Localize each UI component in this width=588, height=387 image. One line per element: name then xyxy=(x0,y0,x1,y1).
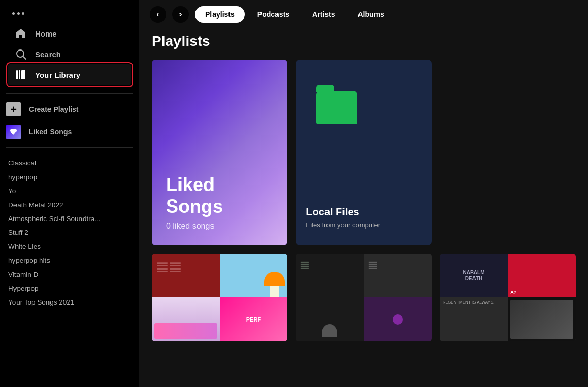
local-files-info: Local Files Files from your computer xyxy=(306,206,380,235)
liked-songs-title: Liked Songs xyxy=(166,174,273,217)
thumb-cell: 𝌆𝌆 xyxy=(152,254,220,297)
tab-podcasts[interactable]: Podcasts xyxy=(247,6,300,23)
liked-songs-count: 0 liked songs xyxy=(166,222,273,231)
top-nav: ‹ › Playlists Podcasts Artists Albums xyxy=(139,0,588,23)
tally-marks: 𝌆 xyxy=(300,259,310,272)
playlist-thumb-1[interactable]: 𝌆𝌆 PERF xyxy=(152,254,287,341)
tab-artists[interactable]: Artists xyxy=(302,6,345,23)
playlist-item[interactable]: Vitamin D xyxy=(6,267,133,281)
playlist-item[interactable]: Classical xyxy=(6,156,133,170)
album-bar xyxy=(154,323,217,339)
playlist-item[interactable]: Stuff 2 xyxy=(6,226,133,240)
library-icon xyxy=(14,69,27,81)
thumb-metal: NAPALMDEATH A? RESENTMENT IS ALWAYS... xyxy=(440,254,576,341)
tally-marks: 𝌆 xyxy=(368,259,378,272)
local-files-subtitle: Files from your computer xyxy=(306,221,380,229)
thumb-collage-2: 𝌆 𝌆 xyxy=(296,254,431,341)
playlist-item[interactable]: hyperpop hits xyxy=(6,254,133,267)
thumb-cell xyxy=(508,297,576,341)
sidebar: Home Search Your Library + xyxy=(0,0,139,387)
heart-icon xyxy=(6,125,21,139)
playlist-thumb-3[interactable]: NAPALMDEATH A? RESENTMENT IS ALWAYS... xyxy=(440,254,576,341)
playlists-grid: Liked Songs 0 liked songs Local Files Fi… xyxy=(152,60,576,245)
back-button[interactable]: ‹ xyxy=(150,6,166,23)
liked-songs-item[interactable]: Liked Songs xyxy=(0,121,139,143)
content-area: Playlists Liked Songs 0 liked songs Loca… xyxy=(139,23,588,387)
playlist-item[interactable]: Yo xyxy=(6,184,133,198)
mushroom-icon xyxy=(264,272,285,297)
liked-songs-label: Liked Songs xyxy=(29,128,72,136)
empty-grid-cell xyxy=(440,60,576,245)
search-label: Search xyxy=(35,50,61,59)
nav-item-home[interactable]: Home xyxy=(8,23,131,44)
thumb-cell xyxy=(364,297,432,341)
thumb-cell: PERF xyxy=(220,297,288,341)
home-label: Home xyxy=(35,29,57,38)
divider-2 xyxy=(6,147,133,148)
thumb-text: PERF xyxy=(246,316,261,323)
local-files-card[interactable]: Local Files Files from your computer xyxy=(296,60,431,245)
metal-text-2: A? xyxy=(510,290,516,295)
forward-button[interactable]: › xyxy=(172,6,189,23)
metal-label: RESENTMENT IS ALWAYS... xyxy=(443,300,505,305)
create-playlist-label: Create Playlist xyxy=(29,105,79,113)
playlist-item[interactable]: hyperpop xyxy=(6,170,133,184)
thumb-cell: RESENTMENT IS ALWAYS... xyxy=(440,297,508,341)
thumbnails-row: 𝌆𝌆 PERF xyxy=(152,254,576,341)
svg-rect-2 xyxy=(16,70,18,79)
thumb-cell: A? xyxy=(508,254,576,297)
local-files-title: Local Files xyxy=(306,206,380,218)
metal-art xyxy=(510,300,573,339)
menu-dots xyxy=(8,8,131,23)
home-icon xyxy=(14,27,27,40)
portrait-area xyxy=(300,324,360,337)
plus-icon: + xyxy=(6,102,21,116)
liked-songs-card[interactable]: Liked Songs 0 liked songs xyxy=(152,60,287,245)
create-playlist-item[interactable]: + Create Playlist xyxy=(0,98,139,121)
thumb-cell xyxy=(296,297,364,341)
svg-rect-4 xyxy=(21,70,25,79)
playlist-item[interactable]: Your Top Songs 2021 xyxy=(6,295,133,309)
playlist-list: Classical hyperpop Yo Death Metal 2022 A… xyxy=(0,152,139,387)
page-title: Playlists xyxy=(152,33,576,49)
tally-marks: 𝌆𝌆 xyxy=(156,259,182,276)
thumb-cell: 𝌆 xyxy=(364,254,432,297)
main-content: ‹ › Playlists Podcasts Artists Albums Pl… xyxy=(139,0,588,387)
playlist-item[interactable]: Atmospheric Sci-fi Soundtra... xyxy=(6,212,133,226)
library-label: Your Library xyxy=(35,71,80,79)
folder-icon xyxy=(316,91,357,124)
thumb-cell: 𝌆 xyxy=(296,254,364,297)
nav-item-library[interactable]: Your Library xyxy=(8,64,131,85)
playlist-item[interactable]: Hyperpop xyxy=(6,281,133,295)
svg-line-1 xyxy=(23,57,26,60)
thumb-cell: NAPALMDEATH xyxy=(440,254,508,297)
tab-playlists[interactable]: Playlists xyxy=(195,6,245,23)
playlist-item[interactable]: Death Metal 2022 xyxy=(6,198,133,212)
playlist-item[interactable]: White Lies xyxy=(6,240,133,254)
thumb-cell xyxy=(220,254,288,297)
divider-1 xyxy=(6,93,133,94)
svg-rect-3 xyxy=(19,70,20,79)
tab-albums[interactable]: Albums xyxy=(347,6,394,23)
nav-item-search[interactable]: Search xyxy=(8,44,131,64)
metal-text: NAPALMDEATH xyxy=(463,270,484,282)
thumb-cell xyxy=(152,297,220,341)
playlist-thumb-2[interactable]: 𝌆 𝌆 xyxy=(296,254,431,341)
tab-bar: Playlists Podcasts Artists Albums xyxy=(195,6,395,23)
dot xyxy=(393,314,403,325)
thumb-collage-1: 𝌆𝌆 PERF xyxy=(152,254,287,341)
search-icon xyxy=(14,48,27,60)
